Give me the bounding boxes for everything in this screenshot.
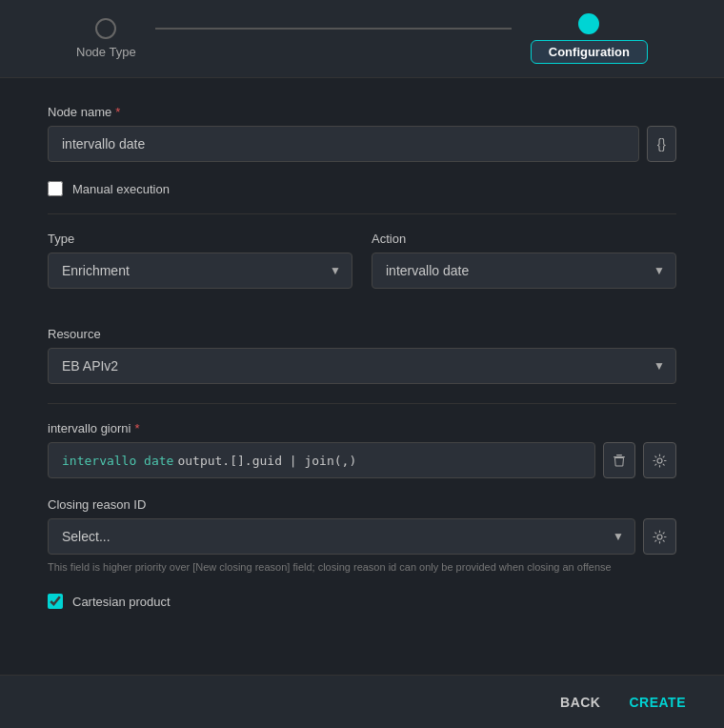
- closing-reason-row: Select... ▼: [48, 518, 676, 555]
- type-action-row: Type Enrichment ▼ Action intervallo date…: [48, 232, 676, 308]
- step1-circle: [95, 18, 116, 39]
- create-button[interactable]: CREATE: [629, 695, 686, 710]
- step-node-type[interactable]: Node Type: [76, 18, 136, 59]
- node-name-input[interactable]: [48, 126, 639, 162]
- node-name-group: Node name * {}: [48, 105, 676, 162]
- settings-icon: [653, 454, 667, 468]
- resource-select[interactable]: EB APIv2: [48, 348, 676, 384]
- manual-execution-checkbox[interactable]: [48, 181, 63, 196]
- back-button[interactable]: BACK: [560, 695, 600, 710]
- divider-1: [48, 213, 676, 214]
- intervallo-giorni-label: intervallo giorni *: [48, 421, 676, 435]
- main-form: Node name * {} Manual execution Type Enr…: [0, 78, 724, 728]
- type-label: Type: [48, 232, 352, 246]
- trash-icon: [613, 454, 626, 467]
- formula-rest: output.[].guid | join(,): [177, 454, 356, 468]
- resource-select-wrapper: EB APIv2 ▼: [48, 348, 676, 384]
- closing-reason-group: Closing reason ID Select... ▼ This field…: [48, 497, 676, 575]
- manual-execution-row: Manual execution: [48, 181, 676, 196]
- gear-closing-reason-button[interactable]: [643, 518, 676, 555]
- formula-row: intervallo date output.[].guid | join(,): [48, 442, 676, 478]
- closing-reason-hint: This field is higher priority over [New …: [48, 560, 676, 575]
- action-label: Action: [372, 232, 676, 246]
- braces-button[interactable]: {}: [647, 126, 676, 162]
- step2-badge: Configuration: [531, 40, 648, 64]
- stepper: Node Type Configuration: [0, 0, 724, 78]
- bottom-bar: BACK CREATE: [0, 675, 724, 728]
- closing-reason-label: Closing reason ID: [48, 497, 676, 512]
- divider-2: [48, 403, 676, 404]
- type-select-wrapper: Enrichment ▼: [48, 253, 352, 289]
- type-group: Type Enrichment ▼: [48, 232, 352, 289]
- closing-reason-select-wrapper: Select... ▼: [48, 518, 635, 555]
- type-select[interactable]: Enrichment: [48, 253, 352, 289]
- stepper-line: [155, 28, 512, 30]
- step1-label: Node Type: [76, 45, 136, 59]
- action-group: Action intervallo date ▼: [372, 232, 676, 289]
- action-select[interactable]: intervallo date: [372, 253, 676, 289]
- svg-rect-1: [616, 455, 622, 455]
- intervallo-required: *: [134, 421, 139, 435]
- manual-execution-label: Manual execution: [72, 182, 170, 196]
- formula-keyword: intervallo date: [62, 454, 173, 468]
- cartesian-checkbox[interactable]: [48, 594, 63, 609]
- svg-point-2: [657, 458, 662, 463]
- gear-formula-button[interactable]: [643, 442, 676, 478]
- closing-reason-select[interactable]: Select...: [48, 518, 635, 555]
- node-name-required: *: [115, 105, 120, 119]
- cartesian-label: Cartesian product: [72, 595, 171, 609]
- formula-display[interactable]: intervallo date output.[].guid | join(,): [48, 442, 595, 478]
- intervallo-giorni-group: intervallo giorni * intervallo date outp…: [48, 421, 676, 478]
- step2-circle: [578, 13, 599, 34]
- action-select-wrapper: intervallo date ▼: [372, 253, 676, 289]
- node-name-label: Node name *: [48, 105, 676, 119]
- node-name-input-row: {}: [48, 126, 676, 162]
- svg-point-3: [657, 535, 662, 539]
- resource-group: Resource EB APIv2 ▼: [48, 327, 676, 384]
- step-configuration[interactable]: Configuration: [531, 13, 648, 64]
- cartesian-product-row: Cartesian product: [48, 594, 676, 609]
- closing-gear-icon: [653, 530, 667, 544]
- resource-label: Resource: [48, 327, 676, 341]
- delete-formula-button[interactable]: [603, 442, 635, 478]
